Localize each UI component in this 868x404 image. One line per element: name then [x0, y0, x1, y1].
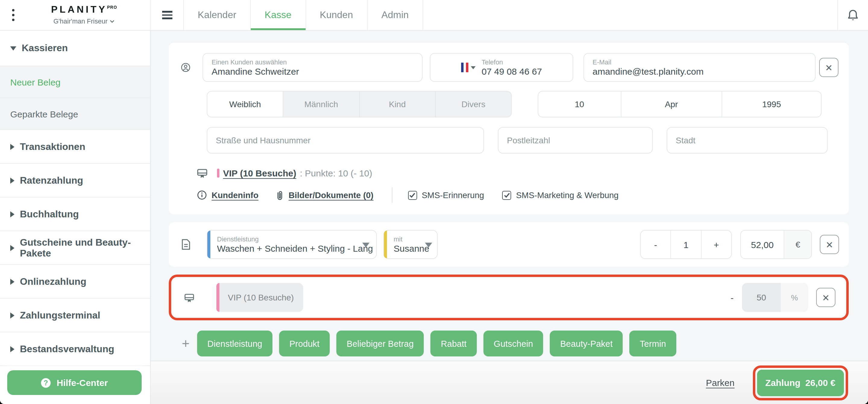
loyalty-status-line: VIP (10 Besuche) : Punkte: 10 (- 10) — [197, 168, 839, 178]
birthday-year[interactable]: 1995 — [722, 92, 821, 117]
sidebar: Kassieren Neuer Beleg Geparkte Belege Tr… — [0, 31, 151, 404]
sidebar-item-zahlungsterminal[interactable]: Zahlungsterminal — [0, 299, 150, 332]
hamburger-menu-button[interactable] — [151, 0, 184, 30]
city-input[interactable] — [667, 127, 828, 154]
country-code-selector[interactable] — [461, 63, 475, 72]
email-field[interactable]: E-Mail amandine@test.planity.com — [584, 53, 815, 82]
tab-admin[interactable]: Admin — [367, 0, 423, 30]
service-select-value: Waschen + Schneiden + Styling - Lang — [217, 243, 358, 254]
add-rabatt-button[interactable]: Rabatt — [431, 331, 477, 357]
service-select-label: Dienstleistung — [217, 235, 358, 243]
tab-kunden[interactable]: Kunden — [306, 0, 367, 30]
salon-name: G'hair'man Friseur — [53, 18, 107, 25]
customer-info-link[interactable]: Kundeninfo — [197, 190, 258, 200]
header-brand-zone: PLANITYPRO G'hair'man Friseur — [0, 0, 151, 30]
payment-button[interactable]: Zahlung 26,00 € — [757, 369, 844, 396]
add-dienstleistung-button[interactable]: Dienstleistung — [197, 331, 273, 357]
add-beliebiger-betrag-button[interactable]: Beliebiger Betrag — [336, 331, 424, 357]
document-icon — [181, 239, 190, 250]
zip-input[interactable] — [498, 127, 653, 154]
customer-select-label: Einen Kunden auswählen — [212, 58, 413, 66]
kebab-menu-icon[interactable] — [0, 9, 27, 21]
sidebar-item-kassieren[interactable]: Kassieren — [0, 31, 150, 66]
sidebar-item-gutscheine-beauty-pakete[interactable]: Gutscheine und Beauty-Pakete — [0, 231, 150, 265]
question-mark-icon: ? — [41, 378, 51, 388]
sidebar-item-transaktionen[interactable]: Transaktionen — [0, 130, 150, 164]
gender-weiblich[interactable]: Weiblich — [207, 92, 284, 117]
tab-kalender[interactable]: Kalender — [184, 0, 251, 30]
quantity-decrease-button[interactable]: - — [641, 231, 671, 258]
logo: PLANITYPRO G'hair'man Friseur — [27, 4, 150, 26]
tab-kasse[interactable]: Kasse — [251, 0, 306, 30]
discount-value-field: 50 % — [742, 283, 808, 312]
park-receipt-link[interactable]: Parken — [706, 377, 735, 388]
notifications-button[interactable] — [837, 0, 868, 30]
caret-down-icon — [362, 243, 370, 247]
checkbox-checked-icon — [502, 191, 511, 200]
checkout-footer: Parken Zahlung 26,00 € — [151, 361, 868, 404]
payment-button-amount: 26,00 € — [805, 377, 835, 388]
birthday-day[interactable]: 10 — [538, 92, 621, 117]
close-icon: ✕ — [826, 240, 833, 249]
add-termin-button[interactable]: Termin — [629, 331, 676, 357]
triangle-right-icon — [10, 177, 14, 183]
app-window: PLANITYPRO G'hair'man Friseur Kalender K… — [0, 0, 868, 404]
triangle-right-icon — [10, 211, 14, 217]
chevron-down-icon — [110, 20, 115, 23]
staff-color-bar — [384, 231, 387, 258]
sidebar-item-bestandsverwaltung[interactable]: Bestandsverwaltung — [0, 332, 150, 366]
documents-link[interactable]: Bilder/Dokumente (0) — [276, 190, 374, 200]
hamburger-icon — [162, 11, 172, 19]
staff-select[interactable]: mit Susanne — [383, 230, 438, 259]
add-gutschein-button[interactable]: Gutschein — [484, 331, 544, 357]
gender-divers[interactable]: Divers — [436, 92, 512, 117]
customer-links-line: Kundeninfo Bilder/Dokumente (0) — [197, 187, 839, 203]
street-input[interactable] — [207, 127, 484, 154]
discount-unit-label: % — [781, 283, 808, 312]
sms-marketing-checkbox[interactable]: SMS-Marketing & Werbung — [502, 190, 618, 200]
email-value: amandine@test.planity.com — [592, 66, 807, 77]
caret-down-icon — [425, 243, 432, 247]
price-field: 52,00 € — [740, 230, 812, 259]
discount-name: VIP (10 Besuche) — [228, 293, 294, 302]
checkbox-checked-icon — [408, 191, 417, 200]
loyalty-program-link[interactable]: VIP (10 Besuche) — [223, 168, 296, 178]
loyalty-card-icon — [197, 168, 207, 178]
phone-field[interactable]: Telefon 07 49 08 46 67 — [430, 53, 573, 82]
add-beauty-paket-button[interactable]: Beauty-Paket — [550, 331, 623, 357]
discount-annotation-outline: VIP (10 Besuche) - 50 % ✕ — [169, 274, 849, 320]
sidebar-item-neuer-beleg[interactable]: Neuer Beleg — [0, 66, 150, 98]
sidebar-item-onlinezahlung[interactable]: Onlinezahlung — [0, 265, 150, 299]
triangle-right-icon — [10, 346, 14, 352]
quantity-increase-button[interactable]: + — [701, 231, 731, 258]
birthday-month[interactable]: Apr — [621, 92, 722, 117]
quantity-value[interactable]: 1 — [671, 231, 702, 258]
gender-segmented-control: Weiblich Männlich Kind Divers — [207, 91, 512, 117]
loyalty-color-bar — [216, 283, 219, 312]
customer-name-value: Amandine Schweitzer — [212, 66, 413, 77]
price-input[interactable]: 52,00 — [741, 231, 784, 258]
gender-kind[interactable]: Kind — [360, 92, 436, 117]
close-icon: ✕ — [822, 293, 830, 302]
service-select[interactable]: Dienstleistung Waschen + Schneiden + Sty… — [207, 230, 377, 259]
close-icon: ✕ — [825, 63, 832, 72]
logo-pro-badge: PRO — [107, 5, 117, 9]
salon-switcher[interactable]: G'hair'man Friseur — [53, 18, 115, 25]
loyalty-points: : Punkte: 10 (- 10) — [300, 168, 372, 178]
help-center-button[interactable]: ? Hilfe-Center — [7, 370, 142, 395]
sidebar-item-ratenzahlung[interactable]: Ratenzahlung — [0, 164, 150, 198]
add-produkt-button[interactable]: Produkt — [279, 331, 330, 357]
plus-icon[interactable]: + — [181, 337, 190, 350]
gender-maennlich[interactable]: Männlich — [284, 92, 360, 117]
sms-reminder-checkbox[interactable]: SMS-Erinnerung — [408, 190, 484, 200]
customer-select-field[interactable]: Einen Kunden auswählen Amandine Schweitz… — [203, 53, 423, 82]
discount-value-input[interactable]: 50 — [742, 283, 781, 312]
triangle-right-icon — [10, 312, 14, 318]
remove-customer-button[interactable]: ✕ — [819, 58, 838, 77]
loyalty-color-bar — [217, 169, 219, 178]
sidebar-item-geparkte-belege[interactable]: Geparkte Belege — [0, 98, 150, 130]
bell-icon — [847, 9, 859, 21]
remove-service-button[interactable]: ✕ — [820, 235, 839, 254]
remove-discount-button[interactable]: ✕ — [816, 288, 835, 307]
sidebar-item-buchhaltung[interactable]: Buchhaltung — [0, 198, 150, 231]
